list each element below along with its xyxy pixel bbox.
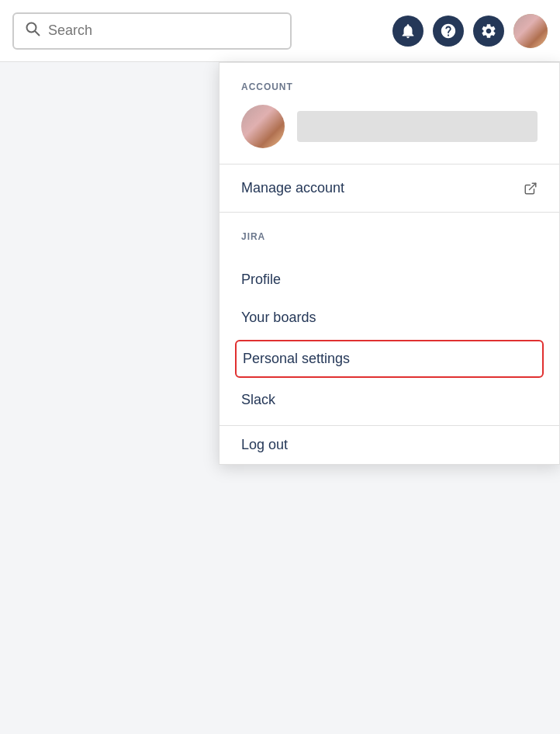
bell-icon	[399, 23, 417, 40]
manage-account-label: Manage account	[241, 180, 344, 196]
svg-line-2	[530, 183, 536, 189]
header-icons	[392, 14, 548, 48]
external-link-icon	[524, 182, 538, 196]
account-name-placeholder	[297, 111, 538, 142]
account-section: ACCOUNT	[220, 63, 559, 164]
avatar	[513, 14, 548, 48]
bell-button[interactable]	[392, 16, 423, 47]
gear-icon	[480, 23, 497, 40]
header	[0, 0, 560, 62]
menu-item-profile[interactable]: Profile	[220, 261, 559, 299]
svg-line-1	[35, 31, 40, 36]
account-section-label: ACCOUNT	[241, 81, 538, 92]
jira-section: JIRA	[220, 213, 559, 261]
menu-item-your-boards[interactable]: Your boards	[220, 299, 559, 337]
account-avatar	[241, 105, 285, 148]
menu-item-logout[interactable]: Log out	[220, 426, 559, 464]
manage-account-row[interactable]: Manage account	[220, 164, 559, 212]
page-background	[0, 62, 217, 734]
search-box[interactable]	[12, 12, 292, 50]
settings-button[interactable]	[473, 16, 504, 47]
question-icon	[440, 23, 457, 40]
account-info	[241, 105, 538, 148]
svg-point-0	[27, 23, 36, 33]
avatar-button[interactable]	[513, 14, 548, 48]
help-button[interactable]	[433, 16, 464, 47]
search-icon	[25, 21, 40, 40]
logout-section: Log out	[220, 425, 559, 464]
jira-section-label: JIRA	[241, 231, 538, 242]
account-dropdown: ACCOUNT Manage account JIRA Profile Your…	[219, 62, 560, 465]
menu-item-personal-settings[interactable]: Personal settings	[235, 340, 544, 378]
search-input[interactable]	[48, 23, 279, 39]
menu-item-slack[interactable]: Slack	[220, 381, 559, 419]
